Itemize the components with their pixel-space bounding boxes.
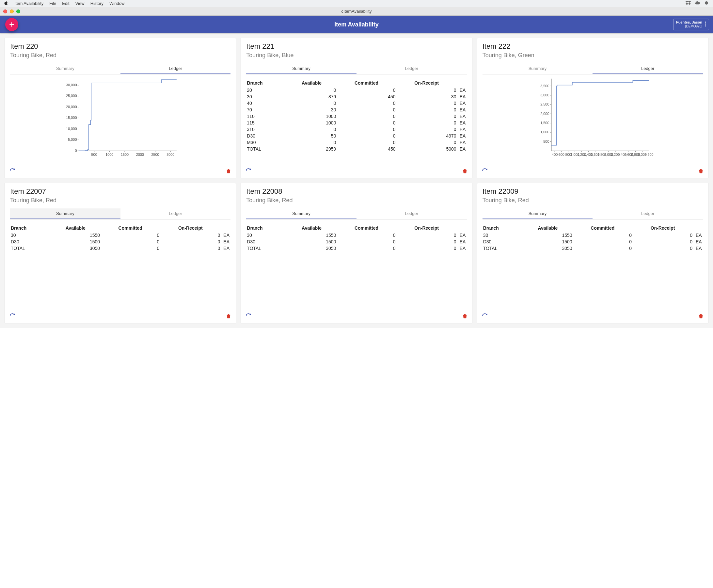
menu-item-file[interactable]: File bbox=[49, 1, 56, 6]
item-card: Item 221Touring Bike, BlueSummaryLedgerB… bbox=[241, 38, 472, 178]
svg-text:600: 600 bbox=[558, 152, 564, 156]
summary-table: BranchAvailableCommittedOn-Receipt301550… bbox=[482, 224, 703, 252]
refresh-icon[interactable] bbox=[9, 168, 15, 175]
table-row: 110100000EA bbox=[246, 113, 467, 120]
refresh-icon[interactable] bbox=[482, 168, 488, 175]
page-title: Item Availability bbox=[334, 21, 379, 28]
apple-icon[interactable] bbox=[4, 1, 8, 6]
svg-text:1500: 1500 bbox=[121, 152, 129, 156]
kebab-menu-icon[interactable] bbox=[705, 21, 706, 27]
app-header: Item Availability Fuentes, Jason [DEMO92… bbox=[0, 16, 713, 33]
target-icon[interactable] bbox=[704, 0, 709, 6]
svg-text:15,000: 15,000 bbox=[66, 115, 77, 120]
menu-item-view[interactable]: View bbox=[75, 1, 85, 6]
svg-point-6 bbox=[705, 25, 706, 26]
menu-item-app[interactable]: Item Availability bbox=[14, 1, 43, 6]
item-name: Touring Bike, Green bbox=[482, 52, 703, 59]
table-row: 30155000EA bbox=[246, 232, 467, 238]
card-grid: Item 220Touring Bike, RedSummaryLedger05… bbox=[0, 33, 713, 328]
tab-summary[interactable]: Summary bbox=[10, 63, 121, 74]
svg-point-4 bbox=[705, 22, 706, 23]
item-name: Touring Bike, Blue bbox=[246, 52, 467, 59]
table-row: D30150000EA bbox=[10, 238, 231, 245]
svg-text:10,000: 10,000 bbox=[66, 127, 77, 131]
trash-icon[interactable] bbox=[226, 168, 231, 175]
item-name: Touring Bike, Red bbox=[246, 197, 467, 204]
item-code: Item 22007 bbox=[10, 187, 231, 196]
tab-ledger[interactable]: Ledger bbox=[121, 63, 231, 74]
item-card: Item 220Touring Bike, RedSummaryLedger05… bbox=[5, 38, 236, 178]
item-name: Touring Bike, Red bbox=[10, 197, 231, 204]
dropbox-icon[interactable] bbox=[686, 0, 691, 6]
table-total-row: TOTAL29594505000EA bbox=[246, 146, 467, 152]
user-menu[interactable]: Fuentes, Jason [DEMO920] bbox=[673, 19, 709, 30]
tab-summary[interactable]: Summary bbox=[482, 208, 593, 219]
item-code: Item 222 bbox=[482, 42, 703, 50]
table-total-row: TOTAL305000EA bbox=[482, 245, 703, 252]
table-row: D30150000EA bbox=[482, 238, 703, 245]
svg-text:0: 0 bbox=[75, 149, 77, 152]
svg-text:1,500: 1,500 bbox=[540, 121, 549, 125]
svg-text:2500: 2500 bbox=[151, 152, 159, 156]
table-row: 40000EA bbox=[246, 100, 467, 106]
item-card: Item 22008Touring Bike, RedSummaryLedger… bbox=[241, 183, 472, 323]
tab-ledger[interactable]: Ledger bbox=[121, 208, 231, 219]
trash-icon[interactable] bbox=[462, 168, 468, 175]
menu-item-window[interactable]: Window bbox=[109, 1, 124, 6]
trash-icon[interactable] bbox=[462, 313, 468, 320]
tab-summary[interactable]: Summary bbox=[246, 208, 356, 219]
svg-text:2,500: 2,500 bbox=[540, 102, 549, 106]
svg-text:30,000: 30,000 bbox=[66, 83, 77, 87]
table-row: M30000EA bbox=[246, 139, 467, 146]
table-row: 30155000EA bbox=[10, 232, 231, 238]
summary-table: BranchAvailableCommittedOn-Receipt301550… bbox=[10, 224, 231, 252]
svg-text:3000: 3000 bbox=[167, 152, 174, 156]
mac-menubar: Item Availability File Edit View History… bbox=[0, 0, 713, 7]
item-code: Item 22008 bbox=[246, 187, 467, 196]
svg-text:3,500: 3,500 bbox=[540, 84, 549, 88]
refresh-icon[interactable] bbox=[245, 313, 251, 320]
item-name: Touring Bike, Red bbox=[10, 52, 231, 59]
item-code: Item 220 bbox=[10, 42, 231, 50]
table-total-row: TOTAL305000EA bbox=[246, 245, 467, 252]
trash-icon[interactable] bbox=[226, 313, 231, 320]
table-row: D30150000EA bbox=[246, 238, 467, 245]
refresh-icon[interactable] bbox=[482, 313, 488, 320]
svg-text:400: 400 bbox=[552, 152, 558, 156]
window-title: cItemAvailability bbox=[0, 9, 713, 14]
svg-text:1000: 1000 bbox=[105, 152, 113, 156]
refresh-icon[interactable] bbox=[245, 168, 251, 175]
summary-table: BranchAvailableCommittedOn-Receipt20000E… bbox=[246, 79, 467, 152]
table-row: D305004970EA bbox=[246, 133, 467, 139]
item-card: Item 222Touring Bike, GreenSummaryLedger… bbox=[477, 38, 708, 178]
item-code: Item 22009 bbox=[482, 187, 703, 196]
item-card: Item 22007Touring Bike, RedSummaryLedger… bbox=[5, 183, 236, 323]
chart: 5001,0001,5002,0002,5003,0003,5004006008… bbox=[482, 76, 703, 161]
menu-item-history[interactable]: History bbox=[90, 1, 104, 6]
table-row: 20000EA bbox=[246, 87, 467, 93]
tab-summary[interactable]: Summary bbox=[10, 208, 121, 219]
menu-item-edit[interactable]: Edit bbox=[62, 1, 69, 6]
trash-icon[interactable] bbox=[698, 313, 704, 320]
item-code: Item 221 bbox=[246, 42, 467, 50]
svg-text:500: 500 bbox=[91, 152, 97, 156]
svg-text:1,000: 1,000 bbox=[540, 130, 549, 134]
svg-text:3,200: 3,200 bbox=[645, 152, 653, 156]
svg-text:2000: 2000 bbox=[136, 152, 144, 156]
add-item-button[interactable] bbox=[5, 18, 18, 31]
cloud-icon[interactable] bbox=[695, 0, 700, 6]
svg-text:3,000: 3,000 bbox=[540, 93, 549, 97]
trash-icon[interactable] bbox=[698, 168, 704, 175]
refresh-icon[interactable] bbox=[9, 313, 15, 320]
tab-ledger[interactable]: Ledger bbox=[592, 208, 703, 219]
summary-table: BranchAvailableCommittedOn-Receipt301550… bbox=[246, 224, 467, 252]
tab-summary[interactable]: Summary bbox=[246, 63, 356, 74]
tab-ledger[interactable]: Ledger bbox=[356, 208, 467, 219]
table-row: 703000EA bbox=[246, 106, 467, 113]
tab-summary[interactable]: Summary bbox=[482, 63, 593, 74]
table-total-row: TOTAL305000EA bbox=[10, 245, 231, 252]
tab-ledger[interactable]: Ledger bbox=[592, 63, 703, 74]
svg-text:2,000: 2,000 bbox=[540, 112, 549, 115]
svg-point-1 bbox=[706, 2, 707, 4]
tab-ledger[interactable]: Ledger bbox=[356, 63, 467, 74]
